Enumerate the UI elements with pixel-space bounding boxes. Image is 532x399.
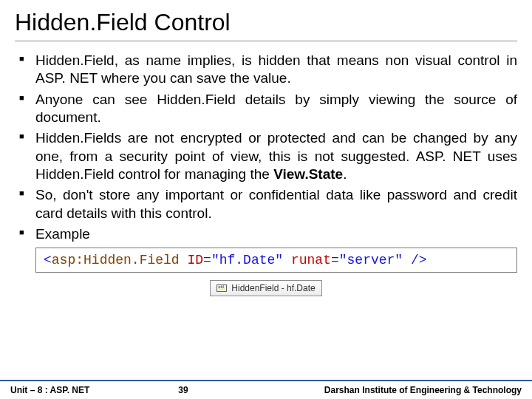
slide-title: Hidden.Field Control bbox=[15, 9, 517, 41]
bullet-bold: View.State bbox=[273, 166, 343, 182]
code-example: <asp:Hidden.Field ID="hf.Date" runat="se… bbox=[35, 248, 517, 273]
bullet-list: Hidden.Field, as name implies, is hidden… bbox=[15, 52, 517, 243]
bullet-text: Anyone can see Hidden.Field details by s… bbox=[35, 92, 517, 125]
code-token: ="server" bbox=[331, 253, 403, 267]
bullet-text: Hidden.Field, as name implies, is hidden… bbox=[35, 52, 517, 86]
hiddenfield-icon bbox=[216, 284, 227, 292]
code-token: ID bbox=[187, 253, 203, 267]
bullet-item: Hidden.Field, as name implies, is hidden… bbox=[35, 52, 517, 88]
bullet-text-post: . bbox=[343, 166, 347, 182]
designer-badge: HiddenField - hf.Date bbox=[210, 280, 321, 296]
code-token: Hidden.Field bbox=[83, 253, 180, 267]
code-token: ="hf.Date" bbox=[203, 253, 283, 267]
bullet-item: So, don't store any important or confide… bbox=[35, 186, 517, 222]
bullet-item: Hidden.Fields are not encrypted or prote… bbox=[35, 129, 517, 183]
slide-content: Hidden.Field, as name implies, is hidden… bbox=[15, 52, 517, 399]
footer-page-number: 39 bbox=[89, 385, 324, 395]
bullet-item: Example bbox=[35, 225, 517, 243]
bullet-item: Anyone can see Hidden.Field details by s… bbox=[35, 91, 517, 127]
code-token: /> bbox=[403, 253, 426, 267]
slide: Hidden.Field Control Hidden.Field, as na… bbox=[0, 0, 532, 399]
slide-footer: Unit – 8 : ASP. NET 39 Darshan Institute… bbox=[0, 380, 532, 399]
badge-text: HiddenField - hf.Date bbox=[231, 283, 315, 293]
code-token bbox=[283, 253, 291, 267]
code-token: asp: bbox=[52, 253, 83, 267]
bullet-text: So, don't store any important or confide… bbox=[35, 187, 517, 220]
footer-institute: Darshan Institute of Engineering & Techn… bbox=[324, 385, 522, 395]
code-token: < bbox=[44, 253, 52, 267]
code-token bbox=[180, 253, 188, 267]
code-token: runat bbox=[291, 253, 331, 267]
designer-badge-wrap: HiddenField - hf.Date bbox=[15, 280, 517, 296]
bullet-text: Example bbox=[35, 226, 90, 242]
footer-unit: Unit – 8 : ASP. NET bbox=[10, 385, 89, 395]
